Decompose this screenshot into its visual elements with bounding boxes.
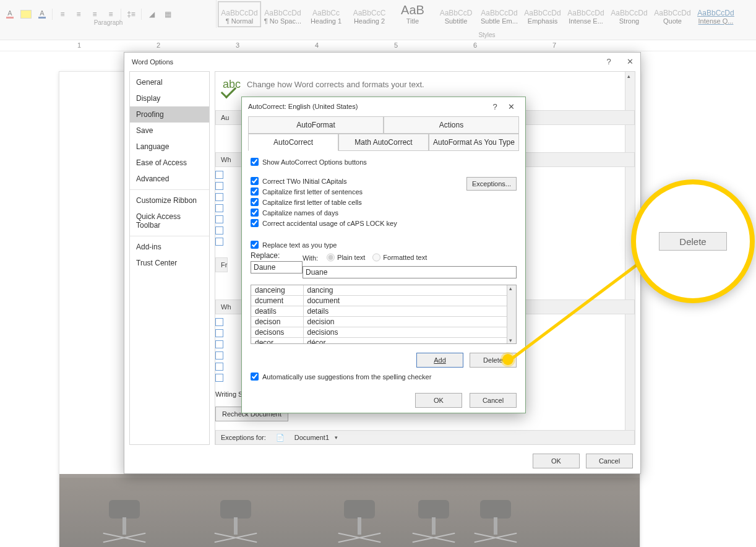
capitalize-sentences-label: Capitalize first letter of sentences — [262, 188, 363, 196]
proofing-icon: abc — [223, 78, 241, 91]
tab-autoformat-as-you-type[interactable]: AutoFormat As You Type — [429, 134, 519, 151]
nav-item-ease-of-access[interactable]: Ease of Access — [130, 155, 209, 171]
autocorrect-dialog: AutoCorrect: English (United States) ? ✕… — [241, 97, 526, 413]
capitalize-table-cells-checkbox[interactable] — [251, 198, 259, 206]
plain-text-radio[interactable]: Plain text — [327, 251, 365, 264]
correct-two-initial-label: Correct TWo INitial CApitals — [262, 178, 347, 185]
nav-item-language[interactable]: Language — [130, 139, 209, 155]
help-icon[interactable]: ? — [598, 53, 619, 71]
word-options-titlebar: Word Options ? ✕ — [124, 53, 640, 71]
show-ac-options-checkbox[interactable] — [251, 158, 259, 166]
nav-item-customize-ribbon[interactable]: Customize Ribbon — [130, 192, 209, 209]
checkbox[interactable] — [215, 329, 223, 337]
nav-item-save[interactable]: Save — [130, 123, 209, 139]
add-button[interactable]: Add — [416, 353, 463, 368]
table-row[interactable]: dcumentdocument — [251, 296, 507, 306]
tab-autocorrect[interactable]: AutoCorrect — [248, 134, 338, 151]
callout-delete-button: Delete — [659, 232, 727, 251]
show-ac-options-label: Show AutoCorrect Options buttons — [262, 158, 367, 166]
help-icon[interactable]: ? — [487, 102, 503, 111]
table-row[interactable]: deatilsdetails — [251, 306, 507, 317]
nav-item-advanced[interactable]: Advanced — [130, 171, 209, 187]
checkbox[interactable] — [215, 193, 223, 201]
correct-two-initial-checkbox[interactable] — [251, 177, 259, 185]
checkbox[interactable] — [215, 340, 223, 348]
nav-item-general[interactable]: General — [130, 74, 209, 90]
replace-label: Replace: — [251, 251, 303, 260]
checkbox[interactable] — [215, 226, 223, 235]
checkbox[interactable] — [215, 171, 223, 179]
checkbox[interactable] — [215, 182, 223, 190]
table-row[interactable]: decisonsdecisions — [251, 327, 507, 338]
nav-item-trust-center[interactable]: Trust Center — [130, 255, 209, 271]
checkbox[interactable] — [215, 374, 223, 382]
autocorrect-ok-button[interactable]: OK — [415, 393, 462, 408]
autocorrect-title: AutoCorrect: English (United States) — [248, 103, 358, 110]
checkbox[interactable] — [215, 363, 223, 371]
replace-input[interactable] — [251, 261, 303, 274]
word-options-cancel-button[interactable]: Cancel — [586, 454, 633, 468]
table-row[interactable]: danceingdancing — [251, 285, 507, 296]
checkbox[interactable] — [215, 204, 223, 212]
nav-item-display[interactable]: Display — [130, 90, 209, 106]
callout-magnifier: Delete — [631, 179, 755, 303]
tab-autoformat[interactable]: AutoFormat — [248, 116, 384, 134]
caps-lock-label: Correct accidental usage of cAPS LOCK ke… — [262, 220, 397, 227]
checkbox[interactable] — [215, 238, 223, 246]
auto-suggestions-label: Automatically use suggestions from the s… — [262, 373, 431, 381]
exceptions-for-label: Exceptions for: — [221, 434, 266, 441]
capitalize-sentences-checkbox[interactable] — [251, 187, 259, 196]
checkbox[interactable] — [215, 215, 223, 223]
callout-origin-dot — [502, 354, 513, 365]
replace-as-you-type-checkbox[interactable] — [251, 241, 259, 249]
auto-suggestions-checkbox[interactable] — [251, 373, 259, 381]
exceptions-for-combo[interactable]: Document1 — [291, 431, 340, 444]
nav-item-quick-access-toolbar[interactable]: Quick Access Toolbar — [130, 209, 209, 233]
formatted-text-radio[interactable]: Formatted text — [372, 251, 427, 264]
list-scrollbar[interactable] — [507, 285, 516, 343]
with-label: With: — [303, 254, 318, 262]
nav-item-proofing[interactable]: Proofing — [130, 106, 209, 123]
checkbox[interactable] — [215, 318, 223, 326]
table-row[interactable]: decordécor — [251, 338, 507, 345]
caps-lock-checkbox[interactable] — [251, 219, 259, 227]
table-row[interactable]: decisondecision — [251, 317, 507, 327]
proofing-description: Change how Word corrects and formats you… — [247, 80, 424, 89]
close-icon[interactable]: ✕ — [619, 53, 640, 71]
word-options-title: Word Options — [132, 53, 173, 71]
autocorrect-titlebar: AutoCorrect: English (United States) ? ✕ — [242, 97, 525, 116]
word-options-nav: GeneralDisplayProofingSaveLanguageEase o… — [129, 71, 210, 445]
section-french: Fr — [215, 257, 228, 272]
tab-actions[interactable]: Actions — [384, 116, 519, 134]
autocorrect-cancel-button[interactable]: Cancel — [470, 393, 517, 408]
close-icon[interactable]: ✕ — [503, 102, 519, 111]
word-options-ok-button[interactable]: OK — [533, 454, 580, 468]
replace-as-you-type-label: Replace text as you type — [262, 241, 337, 249]
tab-math-autocorrect[interactable]: Math AutoCorrect — [338, 134, 429, 151]
checkbox[interactable] — [215, 351, 223, 360]
autocorrect-entries-list[interactable]: danceingdancingdcumentdocumentdeatilsdet… — [251, 285, 517, 344]
capitalize-days-checkbox[interactable] — [251, 209, 259, 217]
capitalize-days-label: Capitalize names of days — [262, 209, 338, 217]
exceptions-button[interactable]: Exceptions... — [466, 177, 517, 191]
with-input[interactable] — [303, 266, 517, 278]
capitalize-table-cells-label: Capitalize first letter of table cells — [262, 199, 362, 206]
nav-item-add-ins[interactable]: Add-ins — [130, 239, 209, 255]
